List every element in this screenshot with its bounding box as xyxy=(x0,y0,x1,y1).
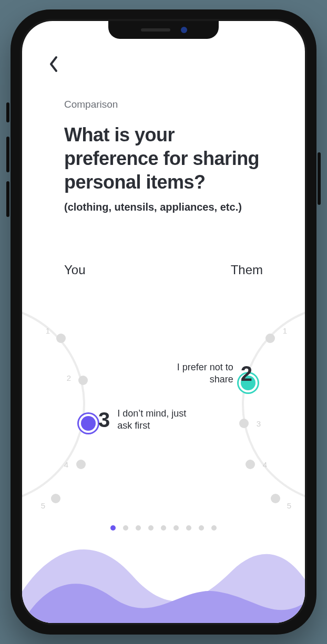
page-dot-1[interactable] xyxy=(110,525,116,531)
phone-bezel: Comparison What is your preference for s… xyxy=(20,19,307,625)
volume-up-stub xyxy=(6,137,9,172)
you-dial[interactable]: 1 2 4 5 xyxy=(22,305,85,504)
you-tick-4[interactable] xyxy=(76,460,86,469)
power-button-stub xyxy=(318,152,321,205)
phone-frame: Comparison What is your preference for s… xyxy=(11,9,316,635)
page-dot-2[interactable] xyxy=(123,525,128,531)
comparison-dials: 1 2 4 5 1 3 xyxy=(22,294,305,515)
them-dial[interactable]: 1 3 4 5 xyxy=(242,305,305,504)
them-answer-value: 2 xyxy=(241,363,252,384)
question-subtitle: (clothing, utensils, appliances, etc.) xyxy=(64,201,263,213)
you-tick-1[interactable] xyxy=(56,334,66,343)
volume-switch-stub xyxy=(6,102,9,122)
them-tick-label-3: 3 xyxy=(257,419,261,428)
you-label: You xyxy=(64,263,86,277)
page-dot-9[interactable] xyxy=(211,525,217,531)
page-dot-7[interactable] xyxy=(186,525,191,531)
you-tick-5[interactable] xyxy=(51,494,60,503)
screen: Comparison What is your preference for s… xyxy=(22,21,305,623)
phone-notch xyxy=(108,21,219,39)
them-tick-label-1: 1 xyxy=(283,326,287,335)
eyebrow-label: Comparison xyxy=(64,99,263,110)
them-tick-1[interactable] xyxy=(265,334,275,343)
you-tick-label-5: 5 xyxy=(41,501,45,510)
question-heading: What is your preference for sharing pers… xyxy=(64,123,263,194)
you-answer-value: 3 xyxy=(98,409,110,430)
pagination xyxy=(22,525,305,531)
you-tick-label-1: 1 xyxy=(46,326,50,335)
them-tick-label-4: 4 xyxy=(263,460,267,469)
page-dot-3[interactable] xyxy=(136,525,141,531)
you-tick-label-4: 4 xyxy=(64,460,68,469)
page-dot-8[interactable] xyxy=(199,525,204,531)
you-answer-caption: I don’t mind, just ask first xyxy=(117,408,191,431)
you-answer: 3 I don’t mind, just ask first xyxy=(98,408,191,431)
volume-down-stub xyxy=(6,181,9,217)
them-answer-caption: I prefer not to share xyxy=(160,361,233,385)
you-tick-label-2: 2 xyxy=(67,373,71,382)
them-label: Them xyxy=(231,263,263,277)
them-tick-5[interactable] xyxy=(271,494,280,503)
page-dot-5[interactable] xyxy=(161,525,166,531)
them-tick-label-5: 5 xyxy=(287,501,291,510)
you-tick-2[interactable] xyxy=(78,376,88,385)
back-button[interactable] xyxy=(42,53,65,76)
them-tick-4[interactable] xyxy=(246,460,255,469)
chevron-left-icon xyxy=(48,56,59,72)
them-tick-3[interactable] xyxy=(239,419,249,428)
you-selected-marker[interactable] xyxy=(81,416,96,431)
them-answer: 2 I prefer not to share xyxy=(160,361,252,385)
page-dot-4[interactable] xyxy=(148,525,154,531)
page-dot-6[interactable] xyxy=(173,525,179,531)
